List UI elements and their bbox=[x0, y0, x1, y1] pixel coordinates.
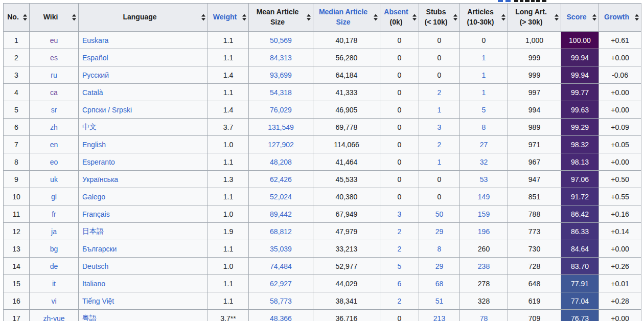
wiki-code-link[interactable]: de bbox=[50, 262, 58, 270]
stubs-count-link[interactable]: 1 bbox=[438, 106, 442, 114]
column-header-no[interactable]: No. bbox=[4, 4, 30, 32]
wiki-code-link[interactable]: gl bbox=[51, 193, 57, 201]
language-link[interactable]: English bbox=[82, 141, 106, 149]
wiki-code-link[interactable]: zh-yue bbox=[43, 314, 64, 321]
stubs-count-link[interactable]: 29 bbox=[435, 227, 444, 236]
articles-count-link[interactable]: 1 bbox=[482, 88, 486, 97]
sort-icon[interactable] bbox=[373, 14, 378, 21]
column-label[interactable]: Growth bbox=[604, 13, 629, 21]
sort-icon[interactable] bbox=[72, 14, 76, 21]
column-label[interactable]: Absent bbox=[384, 8, 408, 16]
stubs-count-link[interactable]: 51 bbox=[435, 297, 444, 305]
column-label[interactable]: Median Article Size bbox=[319, 8, 367, 26]
wiki-code-link[interactable]: en bbox=[50, 141, 58, 149]
language-link[interactable]: Русский bbox=[82, 71, 109, 79]
wiki-code-link[interactable]: fr bbox=[52, 210, 56, 218]
column-label[interactable]: Weight bbox=[213, 13, 237, 21]
language-link[interactable]: 中文 bbox=[82, 123, 97, 131]
absent-count-link[interactable]: 2 bbox=[398, 227, 402, 236]
absent-count-link[interactable]: 2 bbox=[398, 297, 402, 305]
stubs-count-link[interactable]: 68 bbox=[435, 280, 444, 288]
language-link[interactable]: Български bbox=[82, 245, 117, 253]
language-link[interactable]: Français bbox=[82, 210, 110, 218]
column-header-weight[interactable]: Weight bbox=[208, 4, 249, 32]
articles-count-link[interactable]: 149 bbox=[478, 193, 490, 201]
sort-icon[interactable] bbox=[22, 14, 27, 21]
articles-count-link[interactable]: 1 bbox=[482, 71, 486, 79]
column-header-score[interactable]: Score bbox=[561, 4, 599, 32]
mean-article-size-link[interactable]: 62,426 bbox=[270, 175, 292, 184]
stubs-count-link[interactable]: 29 bbox=[435, 262, 444, 270]
articles-count-link[interactable]: 5 bbox=[482, 106, 486, 114]
wiki-code-link[interactable]: uk bbox=[50, 175, 58, 184]
language-link[interactable]: 粵語 bbox=[82, 314, 97, 321]
mean-article-size-link[interactable]: 74,484 bbox=[270, 262, 292, 270]
wiki-code-link[interactable]: vi bbox=[51, 297, 56, 305]
articles-count-link[interactable]: 238 bbox=[478, 262, 490, 270]
language-link[interactable]: Tiếng Việt bbox=[82, 297, 114, 305]
mean-article-size-link[interactable]: 89,442 bbox=[270, 210, 292, 218]
sort-icon[interactable] bbox=[592, 14, 596, 21]
articles-count-link[interactable]: 78 bbox=[480, 314, 488, 321]
articles-count-link[interactable]: 159 bbox=[478, 210, 490, 218]
column-header-longart[interactable]: Long Art.(> 30k) bbox=[508, 4, 561, 32]
articles-count-link[interactable]: 1 bbox=[482, 54, 486, 62]
absent-count-link[interactable]: 6 bbox=[398, 280, 402, 288]
stubs-count-link[interactable]: 2 bbox=[438, 88, 442, 97]
column-header-growth[interactable]: Growth bbox=[599, 4, 641, 32]
stubs-count-link[interactable]: 213 bbox=[433, 314, 445, 321]
language-link[interactable]: Euskara bbox=[82, 36, 108, 44]
wiki-code-link[interactable]: ru bbox=[51, 71, 57, 79]
wiki-code-link[interactable]: zh bbox=[50, 123, 58, 131]
language-link[interactable]: Català bbox=[82, 88, 103, 97]
column-label[interactable]: Score bbox=[567, 13, 587, 21]
sort-icon[interactable] bbox=[501, 14, 505, 21]
articles-count-link[interactable]: 8 bbox=[482, 123, 486, 131]
stubs-count-link[interactable]: 3 bbox=[438, 123, 442, 131]
column-header-stubs[interactable]: Stubs(< 10k) bbox=[419, 4, 460, 32]
stubs-count-link[interactable]: 8 bbox=[438, 245, 442, 253]
absent-count-link[interactable]: 3 bbox=[398, 210, 402, 218]
language-link[interactable]: Italiano bbox=[82, 280, 105, 288]
articles-count-link[interactable]: 27 bbox=[480, 141, 488, 149]
language-link[interactable]: Español bbox=[82, 54, 108, 62]
mean-article-size-link[interactable]: 52,024 bbox=[270, 193, 292, 201]
mean-article-size-link[interactable]: 127,902 bbox=[268, 141, 294, 149]
column-header-wiki[interactable]: Wiki bbox=[30, 4, 79, 32]
mean-article-size-link[interactable]: 131,549 bbox=[268, 123, 294, 131]
mean-article-size-link[interactable]: 84,313 bbox=[270, 54, 292, 62]
wiki-code-link[interactable]: bg bbox=[50, 245, 58, 253]
absent-count-link[interactable]: 2 bbox=[398, 245, 402, 253]
stubs-count-link[interactable]: 1 bbox=[438, 158, 442, 166]
column-header-articles[interactable]: Articles(10-30k) bbox=[460, 4, 508, 32]
mean-article-size-link[interactable]: 76,029 bbox=[270, 106, 292, 114]
language-link[interactable]: Galego bbox=[82, 193, 105, 201]
mean-article-size-link[interactable]: 48,208 bbox=[270, 158, 292, 166]
sort-icon[interactable] bbox=[453, 14, 457, 21]
stubs-count-link[interactable]: 50 bbox=[435, 210, 444, 218]
language-link[interactable]: Esperanto bbox=[82, 158, 115, 166]
wiki-code-link[interactable]: es bbox=[50, 54, 58, 62]
mean-article-size-link[interactable]: 50,569 bbox=[270, 36, 292, 44]
mean-article-size-link[interactable]: 54,318 bbox=[270, 88, 292, 97]
mean-article-size-link[interactable]: 35,039 bbox=[270, 245, 292, 253]
absent-count-link[interactable]: 5 bbox=[398, 262, 402, 270]
language-link[interactable]: Српски / Srpski bbox=[82, 106, 132, 114]
language-link[interactable]: Українська bbox=[82, 175, 118, 184]
column-header-language[interactable]: Language bbox=[79, 4, 208, 32]
articles-count-link[interactable]: 53 bbox=[480, 175, 488, 184]
sort-icon[interactable] bbox=[554, 14, 559, 21]
mean-article-size-link[interactable]: 58,773 bbox=[270, 297, 292, 305]
articles-count-link[interactable]: 196 bbox=[478, 227, 490, 236]
mean-article-size-link[interactable]: 93,699 bbox=[270, 71, 292, 79]
sort-icon[interactable] bbox=[201, 14, 205, 21]
sort-icon[interactable] bbox=[634, 14, 639, 21]
wiki-code-link[interactable]: it bbox=[52, 280, 56, 288]
stubs-count-link[interactable]: 2 bbox=[438, 141, 442, 149]
mean-article-size-link[interactable]: 62,927 bbox=[270, 280, 292, 288]
wiki-code-link[interactable]: eu bbox=[50, 36, 58, 44]
wiki-code-link[interactable]: ja bbox=[51, 227, 57, 236]
articles-count-link[interactable]: 32 bbox=[480, 158, 488, 166]
column-header-median[interactable]: Median Article Size bbox=[313, 4, 380, 32]
mean-article-size-link[interactable]: 68,812 bbox=[270, 227, 292, 236]
